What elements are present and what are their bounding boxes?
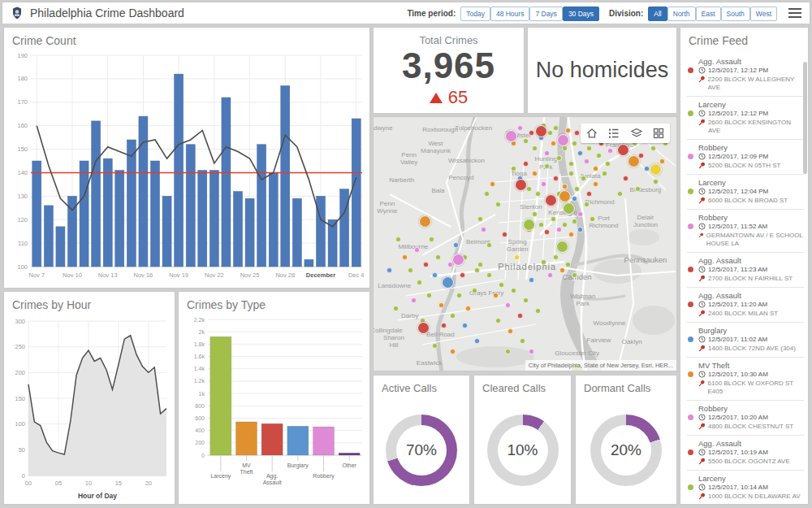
division-button-north[interactable]: North [667, 7, 696, 21]
map-dot[interactable] [556, 227, 562, 232]
map-big-dot[interactable] [617, 144, 629, 156]
map-dot[interactable] [593, 181, 598, 187]
division-button-south[interactable]: South [721, 7, 750, 21]
map-dot[interactable] [593, 166, 598, 172]
feed-item[interactable]: Agg. Assault12/5/2017, 12:12 PM2200 BLOC… [687, 54, 804, 96]
division-button-all[interactable]: All [648, 7, 667, 21]
map-dot[interactable] [408, 267, 413, 273]
feed-item[interactable]: Robbery12/5/2017, 12:09 PM5200 BLOCK N 0… [687, 139, 804, 174]
map-dot[interactable] [502, 232, 508, 237]
map-big-dot[interactable] [515, 179, 527, 191]
feed-item[interactable]: Robbery12/5/2017, 10:20 AM4800 BLOCK CHE… [687, 400, 804, 435]
basemap-icon[interactable] [652, 127, 665, 140]
map-dot[interactable] [438, 302, 444, 308]
map-dot[interactable] [526, 186, 532, 192]
map-dot[interactable] [551, 216, 556, 222]
map-dot[interactable] [659, 158, 665, 164]
map-dot[interactable] [460, 272, 465, 278]
legend-icon[interactable] [607, 127, 620, 140]
map-dot[interactable] [577, 227, 583, 232]
map-dot[interactable] [523, 138, 529, 144]
map-dot[interactable] [432, 272, 438, 278]
feed-item[interactable]: Agg. Assault12/5/2017, 11:20 AM2400 BLOC… [687, 287, 804, 322]
map-dot[interactable] [584, 202, 590, 207]
map-dot[interactable] [635, 186, 641, 192]
map-dot[interactable] [596, 153, 602, 158]
map-big-dot[interactable] [559, 190, 571, 202]
layers-icon[interactable] [630, 127, 643, 140]
map-dot[interactable] [495, 202, 501, 207]
feed-item[interactable]: MV Theft12/5/2017, 10:30 AM6100 BLOCK W … [687, 357, 804, 400]
map-dot[interactable] [511, 166, 516, 172]
map-dot[interactable] [551, 141, 556, 146]
feed-item[interactable]: Agg. Assault12/5/2017, 11:23 AM2700 BLOC… [687, 252, 804, 287]
map-dot[interactable] [456, 293, 462, 298]
map-dot[interactable] [650, 145, 656, 151]
map-dot[interactable] [544, 163, 550, 169]
map-dot[interactable] [453, 242, 459, 248]
feed-scrollbar[interactable] [803, 62, 807, 174]
map-dot[interactable] [511, 288, 516, 293]
map-dot[interactable] [584, 158, 590, 164]
map-dot[interactable] [605, 161, 611, 167]
map-dot[interactable] [472, 288, 477, 293]
map-dot[interactable] [517, 313, 523, 319]
map-dot[interactable] [535, 191, 541, 197]
map-dot[interactable] [508, 328, 513, 334]
map-dot[interactable] [393, 306, 399, 311]
map-dot[interactable] [535, 308, 541, 314]
time-period-button-48-hours[interactable]: 48 Hours [490, 7, 530, 21]
map-dot[interactable] [514, 254, 520, 260]
hamburger-menu-icon[interactable] [788, 6, 801, 20]
map-dot[interactable] [559, 267, 565, 273]
map-dot[interactable] [617, 191, 623, 197]
map-dot[interactable] [572, 196, 577, 202]
crime-map[interactable]: GladwyneRoxboroughTulpehockenWisterWest … [373, 116, 677, 371]
feed-item[interactable]: Burglary12/5/2017, 11:02 AM1400 BLOCK 72… [687, 322, 804, 357]
map-dot[interactable] [505, 349, 511, 354]
map-dot[interactable] [493, 293, 499, 298]
map-dot[interactable] [435, 254, 441, 260]
map-dot[interactable] [465, 306, 471, 311]
map-dot[interactable] [529, 349, 534, 354]
map-big-dot[interactable] [563, 202, 575, 215]
map-dot[interactable] [387, 267, 392, 273]
map-dot[interactable] [568, 161, 574, 167]
map-dot[interactable] [517, 125, 523, 131]
map-dot[interactable] [505, 302, 511, 308]
map-dot[interactable] [481, 227, 486, 232]
map-dot[interactable] [426, 293, 432, 298]
feed-item[interactable]: Larceny12/5/2017, 12:04 PM6000 BLOCK N B… [687, 174, 804, 209]
map-dot[interactable] [572, 141, 577, 146]
map-dot[interactable] [486, 242, 492, 248]
map-big-dot[interactable] [452, 254, 464, 266]
division-button-east[interactable]: East [696, 7, 721, 21]
map-big-dot[interactable] [628, 155, 640, 167]
map-dot[interactable] [402, 254, 408, 260]
map-dot[interactable] [523, 161, 529, 167]
map-dot[interactable] [490, 181, 495, 187]
feed-item[interactable]: Agg. Assault12/5/2017, 10:19 AM5500 BLOC… [687, 435, 804, 470]
map-dot[interactable] [568, 232, 574, 237]
map-dot[interactable] [568, 171, 574, 176]
map-dot[interactable] [538, 222, 544, 228]
map-dot[interactable] [484, 191, 490, 197]
feed-item[interactable]: Larceny12/5/2017, 12:12 PM2600 BLOCK KEN… [687, 96, 804, 139]
time-period-button-7-days[interactable]: 7 Days [529, 7, 562, 21]
map-dot[interactable] [474, 267, 480, 273]
map-dot[interactable] [572, 272, 577, 278]
time-period-button-today[interactable]: Today [460, 7, 490, 21]
map-dot[interactable] [547, 130, 553, 136]
map-big-dot[interactable] [650, 163, 662, 176]
map-dot[interactable] [414, 247, 420, 253]
map-dot[interactable] [541, 181, 546, 187]
map-dot[interactable] [547, 272, 553, 278]
map-dot[interactable] [544, 229, 550, 235]
feed-item[interactable]: Robbery12/5/2017, 11:52 AMGERMANTOWN AV … [687, 209, 804, 252]
feed-item[interactable]: Larceny12/5/2017, 10:14 AM1000 BLOCK N D… [687, 470, 804, 502]
map-big-dot[interactable] [545, 194, 557, 206]
time-period-button-30-days[interactable]: 30 Days [563, 7, 599, 21]
map-big-dot[interactable] [442, 276, 454, 289]
division-button-west[interactable]: West [750, 7, 777, 21]
map-dot[interactable] [653, 179, 659, 185]
